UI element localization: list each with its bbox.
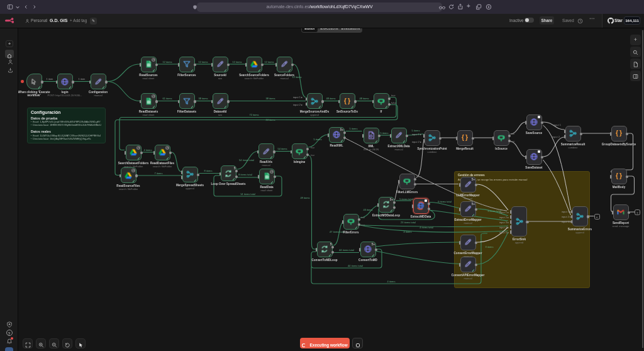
svg-text:{ }: { } [462, 134, 468, 141]
svg-text:{ }: { } [616, 172, 622, 179]
svg-text:{ }: { } [616, 130, 622, 136]
svg-text:{ }: { } [344, 98, 350, 104]
